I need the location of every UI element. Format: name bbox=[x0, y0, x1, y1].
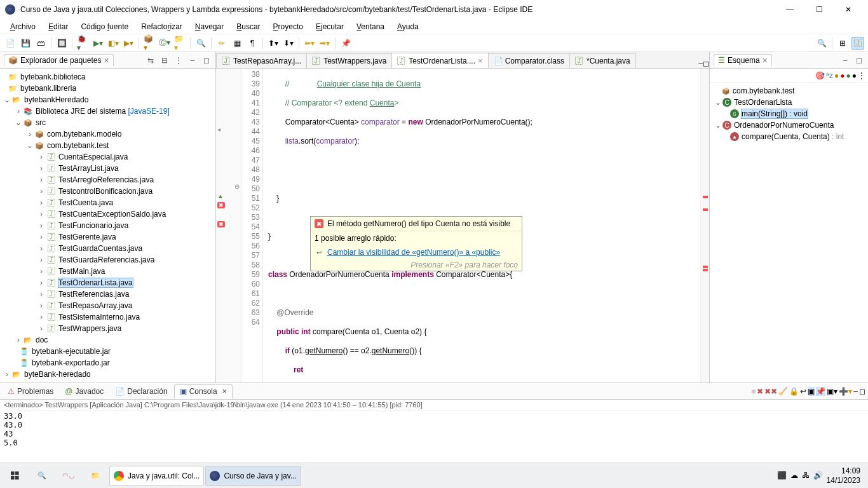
coverage-button[interactable]: ◧▾ bbox=[107, 37, 119, 50]
menu-codigo[interactable]: Código fuente bbox=[74, 21, 135, 32]
menu-proyecto[interactable]: Proyecto bbox=[267, 21, 309, 32]
close-icon[interactable]: × bbox=[763, 56, 768, 65]
menu-navegar[interactable]: Navegar bbox=[189, 21, 230, 32]
open-perspective-button[interactable]: ⊞ bbox=[836, 37, 849, 50]
outline-class[interactable]: ⌄CTestOrdenarLista bbox=[711, 97, 867, 108]
outline-tab[interactable]: ☰ Esquema × bbox=[714, 54, 772, 66]
project-item[interactable]: ⌄📂bytebankHeredado bbox=[0, 94, 215, 105]
system-clock[interactable]: ⬛ ☁ 🖧 🔊 14:09 14/1/2023 bbox=[772, 466, 865, 485]
menu-refactorizar[interactable]: Refactorizar bbox=[135, 21, 189, 32]
java-file[interactable]: ›🇯CuentaEspecial.java bbox=[0, 151, 215, 163]
java-file[interactable]: ›🇯TestGuardaReferencias.java bbox=[0, 254, 215, 266]
remove-all-icon[interactable]: ✖✖ bbox=[764, 387, 777, 396]
editor-tab[interactable]: 🇯TestWrappers.java bbox=[306, 53, 392, 68]
package-explorer-tab[interactable]: 📦 Explorador de paquetes × bbox=[4, 54, 114, 66]
close-icon[interactable]: × bbox=[104, 56, 109, 65]
display-console-icon[interactable]: ▣▾ bbox=[827, 387, 837, 396]
new-folder-button[interactable]: 📁▾ bbox=[173, 37, 186, 50]
outline-method-selected[interactable]: Smain(String[]) : void bbox=[711, 108, 867, 119]
jre-item[interactable]: ›📚Biblioteca JRE del sistema [JavaSE-19] bbox=[0, 105, 215, 117]
jar-item[interactable]: 🫙bytebank-ejecutable.jar bbox=[0, 346, 215, 357]
quickfix-link-row[interactable]: ↩ Cambiar la visibilidad de «getNumero()… bbox=[311, 245, 522, 259]
tray-icon[interactable]: ⬛ bbox=[777, 471, 787, 480]
quick-access-button[interactable]: 🔍 bbox=[815, 37, 828, 50]
java-file[interactable]: ›🇯TestReferencias.java bbox=[0, 288, 215, 300]
maximize-icon[interactable]: ◻ bbox=[854, 55, 864, 65]
java-file[interactable]: ›🇯TestCuentaExceptionSaldo.java bbox=[0, 208, 215, 220]
new-package-button[interactable]: 📦▾ bbox=[143, 37, 156, 50]
minimize-button[interactable]: — bbox=[775, 0, 804, 19]
search-button[interactable]: 🔍 bbox=[194, 37, 207, 50]
menu-ejecutar[interactable]: Ejecutar bbox=[309, 21, 350, 32]
java-file-selected[interactable]: ›🇯TestOrdenarLista.java bbox=[0, 277, 215, 288]
maximize-button[interactable]: ☐ bbox=[804, 0, 834, 19]
outline-class[interactable]: ⌄COrdenadorPorNumeroCuenta bbox=[711, 119, 867, 131]
sort-icon[interactable]: ᵃz bbox=[826, 71, 833, 80]
toggle-mark-button[interactable]: ✏ bbox=[215, 37, 228, 50]
hide-local-icon[interactable]: ● bbox=[852, 71, 857, 80]
java-file[interactable]: ›🇯TestFuncionario.java bbox=[0, 220, 215, 231]
declaration-tab[interactable]: 📄Declaración bbox=[110, 385, 172, 398]
src-folder[interactable]: ⌄📦src bbox=[0, 117, 215, 128]
word-wrap-icon[interactable]: ↩ bbox=[800, 387, 806, 396]
close-icon[interactable]: × bbox=[222, 387, 227, 396]
forward-button[interactable]: ➡▾ bbox=[318, 37, 331, 50]
menu-ayuda[interactable]: Ayuda bbox=[391, 21, 425, 32]
eclipse-task[interactable]: Curso de Java y jav... bbox=[205, 466, 301, 486]
debug-button[interactable]: 🐞▾ bbox=[76, 37, 89, 50]
explorer-button[interactable]: 📁 bbox=[83, 466, 108, 486]
block-select-button[interactable]: ▦ bbox=[231, 37, 243, 50]
hide-fields-icon[interactable]: ● bbox=[834, 71, 839, 80]
outline-tree[interactable]: 📦com.bytebank.test ⌄CTestOrdenarLista Sm… bbox=[710, 83, 868, 383]
jar-item[interactable]: 🫙bytebank-exportado.jar bbox=[0, 357, 215, 369]
editor-tab[interactable]: 🇯TestRepasoArray.j... bbox=[216, 53, 307, 68]
java-file[interactable]: ›🇯TestCuenta.java bbox=[0, 197, 215, 208]
collapse-all-icon[interactable]: ⊟ bbox=[159, 55, 170, 65]
back-button[interactable]: ⬅▾ bbox=[303, 37, 316, 50]
menu-archivo[interactable]: Archivo bbox=[4, 21, 42, 32]
quickfix-link[interactable]: Cambiar la visibilidad de «getNumero()» … bbox=[327, 248, 500, 257]
chrome-task[interactable]: Java y java.util: Col... bbox=[109, 466, 204, 486]
remove-launch-icon[interactable]: ✖ bbox=[757, 387, 763, 396]
save-button[interactable]: 💾 bbox=[19, 37, 32, 50]
minimize-icon[interactable]: – bbox=[187, 55, 198, 65]
folder-item[interactable]: ›📂doc bbox=[0, 334, 215, 346]
project-item[interactable]: ›📂byteBank-heredado bbox=[0, 369, 215, 380]
link-editor-icon[interactable]: ⇆ bbox=[146, 55, 156, 65]
close-button[interactable]: ✕ bbox=[834, 0, 863, 19]
tray-volume-icon[interactable]: 🔊 bbox=[813, 471, 823, 480]
save-all-button[interactable]: 🗃 bbox=[34, 37, 47, 50]
scroll-lock-icon[interactable]: 🔒 bbox=[789, 387, 799, 396]
pin-editor-button[interactable]: 📌 bbox=[339, 37, 352, 50]
minimize-icon[interactable]: – bbox=[840, 55, 850, 65]
overview-ruler[interactable] bbox=[700, 69, 709, 383]
problems-tab[interactable]: ⚠Problemas bbox=[3, 385, 58, 398]
minimize-icon[interactable]: – bbox=[853, 387, 858, 396]
view-menu-icon[interactable]: ⋮ bbox=[173, 55, 184, 65]
menu-ventana[interactable]: Ventana bbox=[350, 21, 391, 32]
outline-method[interactable]: ▲compare(Cuenta, Cuenta) : int bbox=[711, 131, 867, 142]
run-button[interactable]: ▶▾ bbox=[92, 37, 104, 50]
javadoc-tab[interactable]: @Javadoc bbox=[60, 385, 109, 398]
java-file[interactable]: ›🇯TestWrappers.java bbox=[0, 323, 215, 334]
package-item[interactable]: ›📦com.bytebank.modelo bbox=[0, 128, 215, 140]
menu-editar[interactable]: Editar bbox=[42, 21, 74, 32]
maximize-icon[interactable]: ◻ bbox=[201, 55, 212, 65]
clear-console-icon[interactable]: 🧹 bbox=[778, 387, 788, 396]
java-file[interactable]: ›🇯TestGerente.java bbox=[0, 231, 215, 243]
annotation-prev-button[interactable]: ⬆▾ bbox=[267, 37, 280, 50]
search-button[interactable]: 🔍 bbox=[29, 466, 55, 486]
new-class-button[interactable]: Ⓒ▾ bbox=[158, 37, 171, 50]
java-perspective-button[interactable]: 🇯 bbox=[851, 37, 864, 50]
java-file[interactable]: ›🇯TestArrayList.java bbox=[0, 163, 215, 174]
maximize-icon[interactable]: ◻ bbox=[859, 387, 865, 396]
terminate-icon[interactable]: ■ bbox=[751, 387, 756, 396]
start-button[interactable] bbox=[3, 466, 28, 486]
editor-tab-active[interactable]: 🇯TestOrdenarLista....× bbox=[391, 53, 488, 68]
tray-onedrive-icon[interactable]: ☁ bbox=[790, 471, 798, 480]
hide-static-icon[interactable]: ● bbox=[840, 71, 844, 80]
minimize-icon[interactable]: – bbox=[698, 59, 703, 68]
java-file[interactable]: ›🇯TestSistemaInterno.java bbox=[0, 311, 215, 323]
open-type-button[interactable]: 🔲 bbox=[55, 37, 68, 50]
java-file[interactable]: ›🇯TestGuardaCuentas.java bbox=[0, 243, 215, 254]
